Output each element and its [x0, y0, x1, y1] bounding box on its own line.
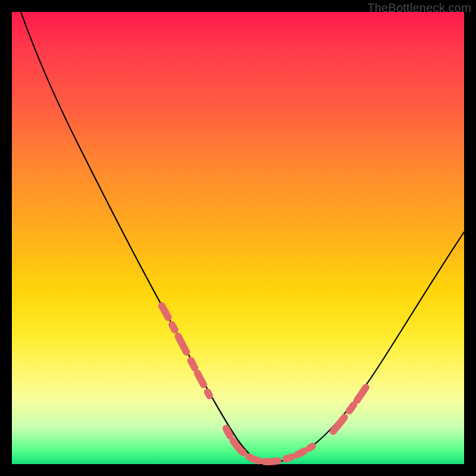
- curve-path: [21, 12, 464, 463]
- chart-frame: TheBottleneck.com: [0, 0, 476, 476]
- bottleneck-curve: [12, 12, 464, 464]
- highlight-bottom: [226, 428, 312, 462]
- plot-area: [12, 12, 464, 464]
- highlight-left: [162, 306, 209, 396]
